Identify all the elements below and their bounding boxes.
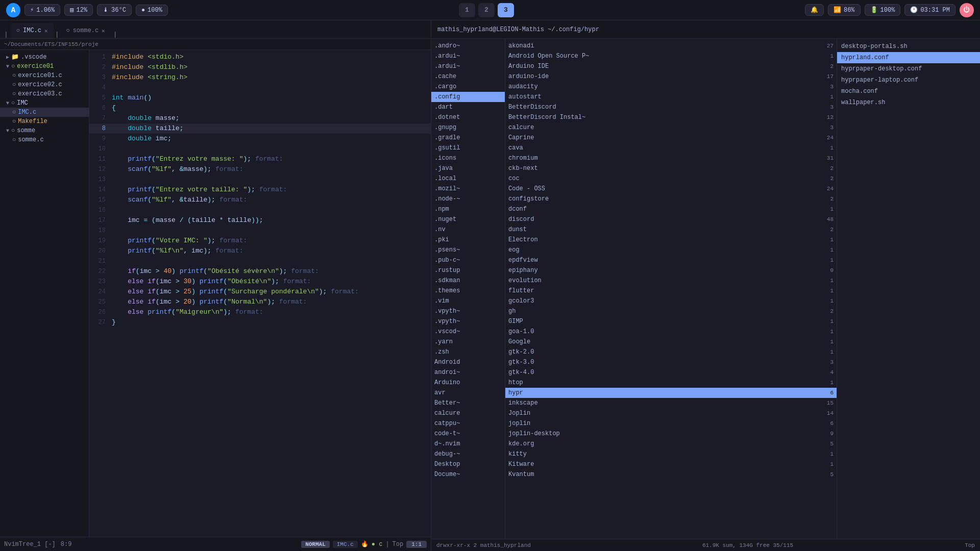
ncdu-left-item[interactable]: .gnupg <box>431 122 505 133</box>
ncdu-center-item[interactable]: discord48 <box>505 214 837 224</box>
tree-item-vscode[interactable]: ▶ 📁 .vscode <box>0 52 89 62</box>
ncdu-left-item[interactable]: .dart <box>431 102 505 112</box>
ncdu-center-item[interactable]: flutter1 <box>505 286 837 296</box>
ncdu-right-item[interactable]: mocha.conf <box>837 86 980 97</box>
ncdu-center-item[interactable]: coc2 <box>505 173 837 184</box>
ncdu-left-item-config[interactable]: .config <box>431 92 505 102</box>
ncdu-left-item[interactable]: .psens~ <box>431 245 505 255</box>
ncdu-left-item[interactable]: .gsutil <box>431 143 505 153</box>
ncdu-left-item[interactable]: .java <box>431 163 505 173</box>
ncdu-left-col[interactable]: .andro~ .ardui~ .ardui~ .cache .cargo .c… <box>431 39 505 539</box>
ncdu-center-item[interactable]: dconf1 <box>505 204 837 214</box>
ncdu-right-col[interactable]: desktop-portals.sh hyprland.conf hyprpap… <box>837 39 980 539</box>
ncdu-left-item[interactable]: .themes <box>431 286 505 296</box>
ncdu-center-item[interactable]: configstore2 <box>505 194 837 204</box>
tree-item-exercice01c[interactable]: ○ exercice01.c <box>0 71 89 80</box>
ncdu-left-item[interactable]: .andro~ <box>431 41 505 51</box>
ncdu-center-item[interactable]: autostart1 <box>505 92 837 102</box>
ncdu-left-item[interactable]: .nuget <box>431 214 505 224</box>
mute-pill[interactable]: 🔔 <box>805 4 824 16</box>
ncdu-center-item[interactable]: Joplin14 <box>505 408 837 418</box>
ncdu-center-item[interactable]: cava1 <box>505 143 837 153</box>
ncdu-left-item[interactable]: Desktop <box>431 459 505 469</box>
arch-logo[interactable]: A <box>6 3 20 17</box>
ncdu-left-item[interactable]: .zsh <box>431 347 505 357</box>
tree-item-exercice03c[interactable]: ○ exercice03.c <box>0 89 89 98</box>
ncdu-right-item-hyprland[interactable]: hyprland.conf <box>837 52 980 63</box>
ncdu-center-item[interactable]: Arduino IDE2 <box>505 61 837 71</box>
ncdu-left-item[interactable]: .vim <box>431 296 505 306</box>
tree-item-imc-c[interactable]: ○ IMC.c <box>0 108 89 117</box>
tree-item-makefile[interactable]: ○ Makefile <box>0 117 89 126</box>
file-tree[interactable]: ▶ 📁 .vscode ▼ ○ exercice01 ○ exercice01.… <box>0 50 89 537</box>
ncdu-center-item[interactable]: kitty1 <box>505 449 837 459</box>
ncdu-center-item[interactable]: arduino-ide17 <box>505 71 837 82</box>
ncdu-left-item[interactable]: avr <box>431 388 505 398</box>
ncdu-left-item[interactable]: .rustup <box>431 265 505 276</box>
ncdu-left-item[interactable]: .pki <box>431 235 505 245</box>
ncdu-left-item[interactable]: .cargo <box>431 82 505 92</box>
ncdu-left-item[interactable]: debug-~ <box>431 449 505 459</box>
ncdu-center-item[interactable]: Kitware1 <box>505 459 837 469</box>
ncdu-left-item[interactable]: d~.nvim <box>431 439 505 449</box>
tree-item-imc-folder[interactable]: ▼ ○ IMC <box>0 98 89 108</box>
ncdu-center-item[interactable]: eog1 <box>505 245 837 255</box>
ncdu-left-item[interactable]: code-t~ <box>431 429 505 439</box>
ncdu-center-item[interactable]: gcolor31 <box>505 296 837 306</box>
tree-item-exercice02c[interactable]: ○ exercice02.c <box>0 80 89 89</box>
ncdu-left-item[interactable]: .npm <box>431 204 505 214</box>
tree-item-somme[interactable]: ▼ ○ somme <box>0 126 89 135</box>
ncdu-center-item[interactable]: gtk-3.03 <box>505 357 837 367</box>
tab-somme-c[interactable]: ○ somme.c ✕ <box>60 23 111 38</box>
ncdu-center-item[interactable]: calcure3 <box>505 122 837 133</box>
ncdu-center-item[interactable]: htop1 <box>505 378 837 388</box>
ncdu-left-item[interactable]: .local <box>431 173 505 184</box>
ncdu-center-item[interactable]: epiphany0 <box>505 265 837 276</box>
ncdu-right-item[interactable]: hyprpaper-laptop.conf <box>837 74 980 86</box>
ncdu-center-item[interactable]: gh2 <box>505 306 837 316</box>
ncdu-left-item[interactable]: .cache <box>431 71 505 82</box>
ncdu-center-item[interactable]: Kvantum5 <box>505 469 837 480</box>
ncdu-center-item[interactable]: joplin-desktop9 <box>505 429 837 439</box>
ncdu-center-item[interactable]: Electron1 <box>505 235 837 245</box>
ncdu-left-item[interactable]: .nv <box>431 224 505 235</box>
workspace-2[interactable]: 2 <box>478 3 495 17</box>
ncdu-right-item[interactable]: desktop-portals.sh <box>837 41 980 52</box>
ncdu-center-item[interactable]: audacity3 <box>505 82 837 92</box>
ncdu-left-item[interactable]: .ardui~ <box>431 51 505 61</box>
workspace-3[interactable]: 3 <box>498 3 514 17</box>
ncdu-center-item[interactable]: ckb-next2 <box>505 163 837 173</box>
ncdu-center-item[interactable]: kde.org5 <box>505 439 837 449</box>
ncdu-left-item[interactable]: .ardui~ <box>431 61 505 71</box>
tab-close-imc[interactable]: ✕ <box>44 28 48 34</box>
ncdu-left-item[interactable]: .gradle <box>431 133 505 143</box>
ncdu-left-item[interactable]: .sdkman <box>431 276 505 286</box>
ncdu-left-item[interactable]: .vpyth~ <box>431 306 505 316</box>
workspace-1[interactable]: 1 <box>459 3 475 17</box>
tab-imc-c[interactable]: ○ IMC.c ✕ <box>10 23 54 38</box>
ncdu-left-item[interactable]: calcure <box>431 408 505 418</box>
ncdu-center-item[interactable]: Google1 <box>505 337 837 347</box>
ncdu-left-item[interactable]: .dotnet <box>431 112 505 122</box>
power-button[interactable]: ⏻ <box>960 3 974 17</box>
ncdu-center-item[interactable]: inkscape15 <box>505 398 837 408</box>
ncdu-left-item[interactable]: Android <box>431 357 505 367</box>
ncdu-left-item[interactable]: .mozil~ <box>431 184 505 194</box>
ncdu-center-item[interactable]: BetterDiscord3 <box>505 102 837 112</box>
ncdu-center-item[interactable]: goa-1.01 <box>505 327 837 337</box>
ncdu-left-item[interactable]: Better~ <box>431 398 505 408</box>
ncdu-center-item[interactable]: BetterDiscord Instal~12 <box>505 112 837 122</box>
tab-close-somme[interactable]: ✕ <box>102 28 105 34</box>
ncdu-center-item[interactable]: akonadi27 <box>505 41 837 51</box>
ncdu-left-item[interactable]: .pub-c~ <box>431 255 505 265</box>
ncdu-center-item[interactable]: gtk-2.01 <box>505 347 837 357</box>
ncdu-center-item-hypr[interactable]: hypr6 <box>505 388 837 398</box>
ncdu-left-item[interactable]: Arduino <box>431 378 505 388</box>
code-area[interactable]: 1 #include <stdio.h> 2 #include <stdlib.… <box>89 50 431 537</box>
ncdu-right-item[interactable]: wallpaper.sh <box>837 97 980 108</box>
ncdu-right-item[interactable]: hyprpaper-desktop.conf <box>837 63 980 74</box>
ncdu-center-item[interactable]: GIMP1 <box>505 316 837 327</box>
ncdu-center-item[interactable]: dunst2 <box>505 224 837 235</box>
ncdu-center-col[interactable]: akonadi27 Android Open Source P~1 Arduin… <box>505 39 837 539</box>
ncdu-center-item[interactable]: epdfview1 <box>505 255 837 265</box>
